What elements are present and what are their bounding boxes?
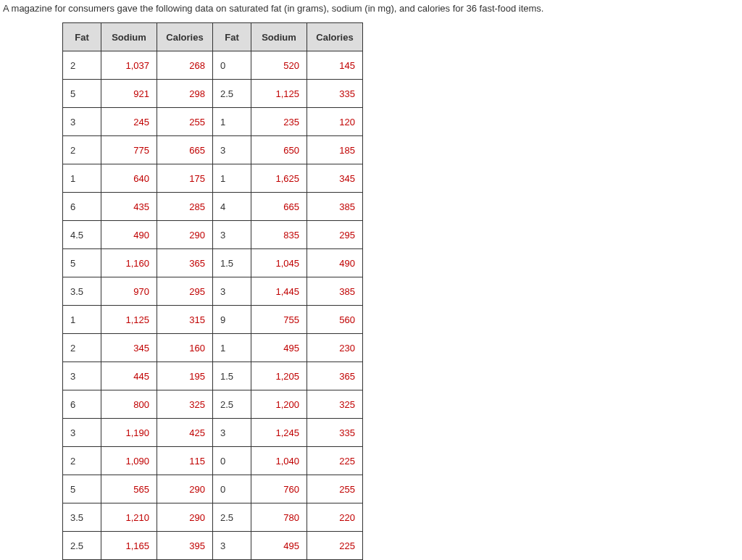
cell-calories-2: 490: [307, 249, 363, 277]
cell-fat-1: 3: [63, 362, 101, 390]
table-row: 55652900760255: [63, 475, 363, 503]
cell-sodium-2: 755: [251, 306, 307, 334]
cell-sodium-2: 235: [251, 108, 307, 136]
cell-calories-1: 255: [157, 108, 213, 136]
cell-calories-2: 335: [307, 80, 363, 108]
cell-sodium-1: 1,090: [101, 447, 157, 475]
cell-sodium-1: 435: [101, 193, 157, 221]
cell-fat-2: 4: [213, 193, 251, 221]
cell-sodium-2: 1,040: [251, 447, 307, 475]
cell-fat-1: 3.5: [63, 277, 101, 306]
cell-sodium-1: 640: [101, 164, 157, 193]
cell-calories-2: 220: [307, 503, 363, 532]
table-row: 59212982.51,125335: [63, 80, 363, 108]
cell-fat-1: 2: [63, 447, 101, 475]
cell-fat-1: 5: [63, 475, 101, 503]
cell-sodium-2: 495: [251, 532, 307, 560]
table-row: 68003252.51,200325: [63, 390, 363, 419]
cell-sodium-2: 1,625: [251, 164, 307, 193]
table-row: 34451951.51,205365: [63, 362, 363, 390]
cell-sodium-2: 665: [251, 193, 307, 221]
cell-calories-1: 115: [157, 447, 213, 475]
header-calories-1: Calories: [157, 23, 213, 51]
cell-fat-2: 3: [213, 136, 251, 164]
cell-calories-1: 665: [157, 136, 213, 164]
cell-sodium-2: 835: [251, 221, 307, 249]
cell-fat-2: 3: [213, 419, 251, 447]
cell-calories-2: 225: [307, 447, 363, 475]
cell-calories-1: 290: [157, 503, 213, 532]
table-row: 2.51,1653953495225: [63, 532, 363, 560]
cell-sodium-2: 650: [251, 136, 307, 164]
table-row: 32452551235120: [63, 108, 363, 136]
cell-sodium-1: 1,210: [101, 503, 157, 532]
cell-fat-2: 3: [213, 532, 251, 560]
cell-sodium-2: 495: [251, 334, 307, 362]
cell-calories-1: 290: [157, 475, 213, 503]
header-sodium-2: Sodium: [251, 23, 307, 51]
cell-fat-2: 2.5: [213, 503, 251, 532]
cell-calories-2: 120: [307, 108, 363, 136]
cell-sodium-2: 1,200: [251, 390, 307, 419]
cell-fat-2: 1: [213, 108, 251, 136]
cell-calories-2: 335: [307, 419, 363, 447]
cell-sodium-1: 445: [101, 362, 157, 390]
cell-sodium-2: 520: [251, 51, 307, 80]
cell-fat-2: 1.5: [213, 249, 251, 277]
cell-calories-2: 255: [307, 475, 363, 503]
cell-calories-1: 268: [157, 51, 213, 80]
cell-calories-2: 365: [307, 362, 363, 390]
cell-fat-2: 1: [213, 164, 251, 193]
table-row: 164017511,625345: [63, 164, 363, 193]
cell-sodium-2: 1,445: [251, 277, 307, 306]
cell-fat-1: 6: [63, 390, 101, 419]
table-row: 51,1603651.51,045490: [63, 249, 363, 277]
cell-fat-1: 3.5: [63, 503, 101, 532]
cell-sodium-2: 1,125: [251, 80, 307, 108]
cell-calories-2: 230: [307, 334, 363, 362]
cell-calories-1: 290: [157, 221, 213, 249]
cell-sodium-1: 1,037: [101, 51, 157, 80]
header-calories-2: Calories: [307, 23, 363, 51]
cell-sodium-1: 775: [101, 136, 157, 164]
cell-fat-2: 0: [213, 475, 251, 503]
cell-calories-2: 225: [307, 532, 363, 560]
table-row: 21,09011501,040225: [63, 447, 363, 475]
cell-sodium-2: 1,045: [251, 249, 307, 277]
cell-calories-1: 365: [157, 249, 213, 277]
cell-sodium-1: 245: [101, 108, 157, 136]
cell-sodium-1: 970: [101, 277, 157, 306]
header-fat-1: Fat: [63, 23, 101, 51]
table-row: 4.54902903835295: [63, 221, 363, 249]
table-row: 3.597029531,445385: [63, 277, 363, 306]
cell-sodium-2: 1,205: [251, 362, 307, 390]
cell-sodium-2: 760: [251, 475, 307, 503]
cell-sodium-2: 780: [251, 503, 307, 532]
cell-fat-2: 2.5: [213, 390, 251, 419]
cell-calories-2: 385: [307, 277, 363, 306]
cell-fat-1: 3: [63, 419, 101, 447]
cell-fat-1: 2: [63, 136, 101, 164]
fastfood-data-table: Fat Sodium Calories Fat Sodium Calories …: [62, 22, 363, 560]
table-row: 11,1253159755560: [63, 306, 363, 334]
cell-fat-2: 2.5: [213, 80, 251, 108]
cell-calories-1: 285: [157, 193, 213, 221]
table-header-row: Fat Sodium Calories Fat Sodium Calories: [63, 23, 363, 51]
cell-sodium-1: 921: [101, 80, 157, 108]
cell-fat-1: 2: [63, 334, 101, 362]
cell-calories-2: 560: [307, 306, 363, 334]
cell-fat-2: 3: [213, 221, 251, 249]
cell-sodium-1: 1,165: [101, 532, 157, 560]
header-fat-2: Fat: [213, 23, 251, 51]
table-row: 3.51,2102902.5780220: [63, 503, 363, 532]
cell-calories-1: 395: [157, 532, 213, 560]
table-row: 64352854665385: [63, 193, 363, 221]
cell-calories-1: 425: [157, 419, 213, 447]
table-body: 21,037268052014559212982.51,125335324525…: [63, 51, 363, 560]
cell-fat-2: 9: [213, 306, 251, 334]
cell-fat-2: 1: [213, 334, 251, 362]
cell-calories-1: 160: [157, 334, 213, 362]
cell-sodium-1: 800: [101, 390, 157, 419]
cell-fat-1: 1: [63, 306, 101, 334]
cell-calories-2: 385: [307, 193, 363, 221]
